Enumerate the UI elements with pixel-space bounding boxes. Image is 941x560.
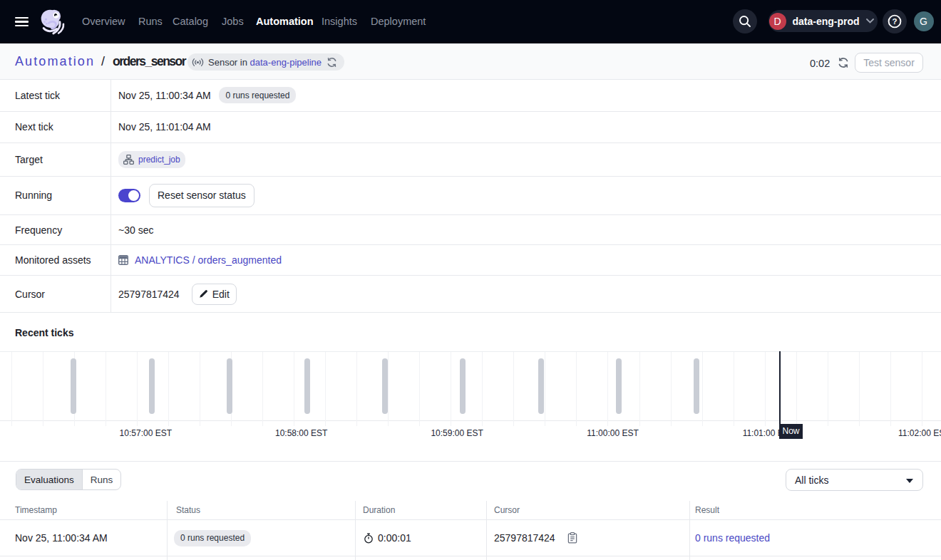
svg-text:?: ? [892, 17, 897, 26]
